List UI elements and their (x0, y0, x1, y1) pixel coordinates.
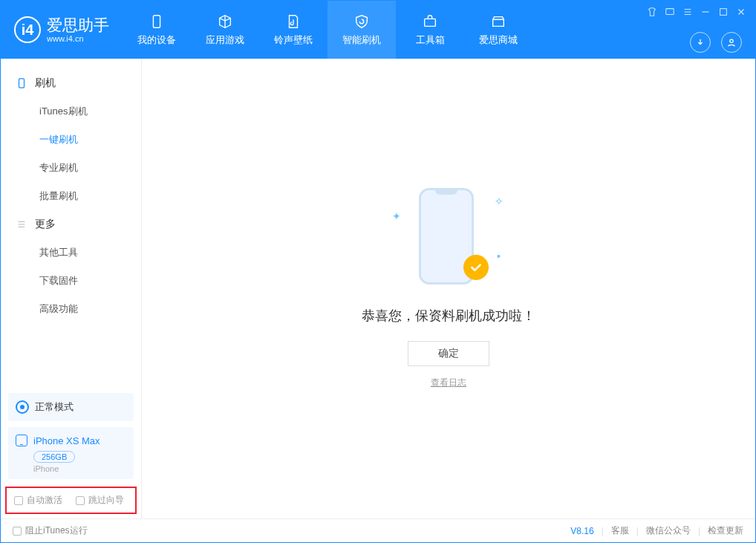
sparkle-icon: ✦ (392, 210, 401, 222)
sparkle-icon: • (497, 250, 501, 262)
version-label: V8.16 (570, 526, 593, 536)
sidebar-cat-label: 刷机 (35, 77, 56, 90)
nav-label: 智能刷机 (342, 33, 381, 47)
device-icon (148, 13, 166, 30)
mode-indicator-icon (16, 400, 29, 414)
nav-my-device[interactable]: 我的设备 (123, 1, 191, 59)
app-header: i4 爱思助手 www.i4.cn 我的设备 应用游戏 铃声壁纸 智能刷机 工具… (1, 1, 755, 59)
window-controls (647, 7, 746, 17)
music-file-icon (284, 13, 302, 30)
nav-label: 铃声壁纸 (274, 33, 313, 47)
feedback-icon[interactable] (665, 7, 675, 17)
mode-label: 正常模式 (35, 400, 74, 414)
toolbox-icon (421, 13, 439, 30)
checkbox-icon (76, 496, 85, 505)
footer-link-wechat[interactable]: 微信公众号 (646, 524, 691, 537)
checkbox-block-itunes[interactable]: 阻止iTunes运行 (13, 524, 88, 537)
svg-rect-5 (19, 79, 25, 88)
footer-link-update[interactable]: 检查更新 (708, 524, 743, 537)
mode-card[interactable]: 正常模式 (8, 393, 134, 421)
main-nav: 我的设备 应用游戏 铃声壁纸 智能刷机 工具箱 爱思商城 (123, 1, 532, 59)
sidebar-item-oneclick-flash[interactable]: 一键刷机 (1, 126, 141, 154)
check-badge-icon (463, 255, 489, 280)
sidebar-item-advanced[interactable]: 高级功能 (1, 295, 141, 323)
ok-button[interactable]: 确定 (408, 341, 489, 366)
status-bar: 阻止iTunes运行 V8.16 | 客服 | 微信公众号 | 检查更新 (1, 518, 755, 542)
main-content: ✦ ✧ • 恭喜您，保资料刷机成功啦！ 确定 查看日志 (142, 59, 755, 518)
nav-label: 应用游戏 (206, 33, 244, 47)
phone-icon (16, 77, 27, 89)
device-capacity-badge: 256GB (33, 451, 75, 463)
user-button[interactable] (721, 32, 742, 53)
nav-ringtones-wallpapers[interactable]: 铃声壁纸 (259, 1, 328, 59)
nav-label: 我的设备 (137, 33, 176, 47)
shield-refresh-icon (353, 13, 371, 30)
sidebar-category-more: 更多 (1, 210, 141, 238)
flash-options-row: 自动激活 跳过向导 (5, 487, 137, 514)
sidebar: 刷机 iTunes刷机 一键刷机 专业刷机 批量刷机 更多 其他工具 下载固件 … (1, 59, 142, 518)
sidebar-category-flash: 刷机 (1, 69, 141, 97)
checkbox-auto-activate[interactable]: 自动激活 (14, 494, 62, 507)
checkbox-label: 跳过向导 (88, 494, 124, 507)
sidebar-item-other-tools[interactable]: 其他工具 (1, 238, 141, 267)
download-button[interactable] (690, 32, 711, 53)
maximize-icon[interactable] (718, 7, 729, 17)
footer-link-support[interactable]: 客服 (611, 524, 629, 537)
device-card[interactable]: iPhone XS Max 256GB iPhone (8, 427, 134, 479)
device-name: iPhone XS Max (33, 435, 100, 446)
success-illustration: ✦ ✧ • (404, 188, 493, 292)
nav-toolbox[interactable]: 工具箱 (396, 1, 464, 59)
nav-smart-flash[interactable]: 智能刷机 (328, 1, 396, 59)
logo-area: i4 爱思助手 www.i4.cn (10, 16, 123, 43)
device-phone-icon (16, 435, 27, 446)
device-type: iPhone (33, 464, 126, 473)
success-message: 恭喜您，保资料刷机成功啦！ (362, 307, 535, 325)
sidebar-item-pro-flash[interactable]: 专业刷机 (1, 154, 141, 182)
sidebar-item-download-firmware[interactable]: 下载固件 (1, 267, 141, 295)
checkbox-icon (14, 496, 23, 505)
checkbox-skip-guide[interactable]: 跳过向导 (76, 494, 124, 507)
store-icon (489, 13, 507, 30)
checkbox-icon (13, 527, 22, 536)
close-icon[interactable] (736, 7, 746, 17)
checkbox-label: 自动激活 (27, 494, 62, 507)
nav-apps-games[interactable]: 应用游戏 (191, 1, 259, 59)
cube-icon (216, 13, 234, 30)
shirt-icon[interactable] (647, 7, 657, 17)
svg-rect-0 (153, 16, 160, 28)
app-subtitle: www.i4.cn (47, 34, 109, 43)
sidebar-item-batch-flash[interactable]: 批量刷机 (1, 182, 141, 210)
svg-rect-2 (666, 9, 674, 15)
checkbox-label: 阻止iTunes运行 (25, 524, 88, 537)
svg-rect-1 (425, 19, 436, 26)
sidebar-item-itunes-flash[interactable]: iTunes刷机 (1, 97, 141, 126)
svg-rect-3 (720, 9, 727, 16)
nav-label: 爱思商城 (479, 33, 518, 47)
view-log-link[interactable]: 查看日志 (431, 377, 466, 389)
menu-icon[interactable] (682, 7, 693, 17)
svg-point-4 (730, 39, 733, 42)
minimize-icon[interactable] (700, 7, 711, 17)
sidebar-cat-label: 更多 (35, 218, 56, 231)
nav-store[interactable]: 爱思商城 (464, 1, 532, 59)
nav-label: 工具箱 (416, 33, 445, 47)
app-title: 爱思助手 (47, 16, 109, 33)
sparkle-icon: ✧ (495, 195, 504, 207)
header-actions (690, 32, 742, 53)
app-logo-icon: i4 (14, 16, 41, 43)
list-icon (16, 218, 27, 230)
